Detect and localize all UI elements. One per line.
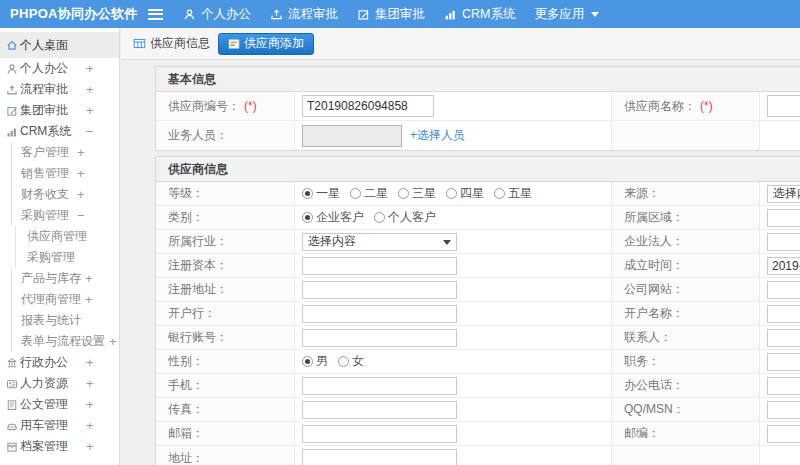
supplier-code-input[interactable] bbox=[302, 95, 434, 117]
radio-label: 企业客户 bbox=[316, 209, 364, 226]
company-website-input[interactable] bbox=[767, 281, 800, 299]
expand-icon[interactable]: + bbox=[77, 145, 85, 160]
field-label-cell: 注册资本： bbox=[156, 254, 295, 277]
field-label: 性别： bbox=[168, 353, 204, 370]
region-input[interactable] bbox=[767, 209, 800, 227]
field-label-cell: 供应商编号：(*) bbox=[156, 92, 295, 120]
founded-date-input[interactable] bbox=[767, 257, 800, 275]
sidebar-item-label: 供应商管理 bbox=[27, 228, 89, 245]
source-select[interactable]: 选择内容 bbox=[767, 185, 800, 203]
app-logo[interactable]: PHPOA协同办公软件 bbox=[0, 5, 128, 23]
expand-icon[interactable]: + bbox=[77, 166, 85, 181]
zip-code-input[interactable] bbox=[767, 425, 800, 443]
sidebar-item-human-resources[interactable]: 人力资源+ bbox=[0, 373, 119, 394]
email-input[interactable] bbox=[302, 425, 457, 443]
registered-capital-input[interactable] bbox=[302, 257, 457, 275]
bank-branch-input[interactable] bbox=[302, 305, 457, 323]
expand-icon[interactable]: + bbox=[109, 334, 117, 349]
field-label-cell: 传真： bbox=[156, 398, 295, 421]
topnav-more-apps[interactable]: 更多应用 bbox=[534, 6, 599, 23]
level-radio-4[interactable]: 五星 bbox=[494, 185, 532, 202]
form-row: 银行账号：联系人： bbox=[156, 326, 800, 350]
bank-account-input[interactable] bbox=[302, 329, 457, 347]
topnav-workflow-approval[interactable]: 流程审批 bbox=[270, 6, 338, 23]
tab-supplier-add[interactable]: 供应商添加 bbox=[218, 33, 314, 55]
topnav-personal-office[interactable]: 个人办公 bbox=[183, 6, 251, 23]
sidebar-item-group-approval[interactable]: 集团审批+ bbox=[0, 100, 119, 121]
expand-icon[interactable]: + bbox=[86, 439, 94, 454]
expand-icon[interactable]: + bbox=[86, 82, 94, 97]
field-label: 来源： bbox=[624, 185, 660, 202]
sidebar-item-purchasing[interactable]: 采购管理 bbox=[15, 247, 119, 268]
sidebar-item-reports-stats[interactable]: 报表与统计 bbox=[11, 310, 119, 331]
expand-icon[interactable]: + bbox=[86, 376, 94, 391]
level-radio-1[interactable]: 二星 bbox=[350, 185, 388, 202]
sidebar-item-workflow-approval[interactable]: 流程审批+ bbox=[0, 79, 119, 100]
expand-icon[interactable]: + bbox=[86, 103, 94, 118]
business-person-input[interactable] bbox=[302, 125, 402, 147]
field-input-cell bbox=[295, 254, 612, 277]
field-label-cell: 供应商名称：(*) bbox=[612, 92, 760, 120]
qq-msn-input[interactable] bbox=[767, 401, 800, 419]
sidebar-item-supplier-mgmt[interactable]: 供应商管理 bbox=[15, 226, 119, 247]
collapse-icon[interactable]: − bbox=[86, 124, 94, 139]
sidebar-item-label: 集团审批 bbox=[20, 102, 82, 119]
expand-icon[interactable]: + bbox=[86, 397, 94, 412]
expand-icon[interactable]: + bbox=[85, 271, 93, 286]
sidebar-item-admin-office[interactable]: 行政办公+ bbox=[0, 352, 119, 373]
gender-radio-1[interactable]: 女 bbox=[338, 353, 364, 370]
expand-icon[interactable]: + bbox=[86, 61, 94, 76]
tab-supplier-info[interactable]: 供应商信息 bbox=[133, 35, 210, 52]
sidebar-item-archive-mgmt[interactable]: 档案管理+ bbox=[0, 436, 119, 457]
field-label: 开户行： bbox=[168, 305, 216, 322]
sidebar-item-purchase-mgmt[interactable]: 采购管理− bbox=[11, 205, 119, 226]
sidebar-item-finance[interactable]: 财务收支+ bbox=[11, 184, 119, 205]
field-input-cell bbox=[295, 446, 612, 465]
sidebar-item-vehicle-mgmt[interactable]: 用车管理+ bbox=[0, 415, 119, 436]
mobile-input[interactable] bbox=[302, 377, 457, 395]
sidebar-item-agent-mgmt[interactable]: 代理商管理+ bbox=[11, 289, 119, 310]
form-row: 手机：办公电话： bbox=[156, 374, 800, 398]
field-input-cell bbox=[760, 92, 800, 120]
gender-radio-0[interactable]: 男 bbox=[302, 353, 328, 370]
level-radio-2[interactable]: 三星 bbox=[398, 185, 436, 202]
menu-toggle-icon[interactable] bbox=[148, 9, 163, 20]
sidebar-item-crm-system[interactable]: CRM系统− bbox=[0, 121, 119, 142]
topnav-crm-system[interactable]: CRM系统 bbox=[444, 6, 515, 23]
expand-icon[interactable]: + bbox=[86, 355, 94, 370]
building-icon bbox=[6, 357, 18, 369]
contact-person-input[interactable] bbox=[767, 329, 800, 347]
supplier-name-input[interactable] bbox=[767, 95, 800, 117]
sidebar-item-personal-desktop[interactable]: 个人桌面 bbox=[0, 32, 119, 58]
sidebar-item-customer-mgmt[interactable]: 客户管理+ bbox=[11, 142, 119, 163]
sidebar-item-product-inventory[interactable]: 产品与库存+ bbox=[11, 268, 119, 289]
category-radio-0[interactable]: 企业客户 bbox=[302, 209, 364, 226]
fax-input[interactable] bbox=[302, 401, 457, 419]
level-radio-0[interactable]: 一星 bbox=[302, 185, 340, 202]
expand-icon[interactable]: + bbox=[85, 292, 93, 307]
sidebar-item-sales-mgmt[interactable]: 销售管理+ bbox=[11, 163, 119, 184]
level-radio-3[interactable]: 四星 bbox=[446, 185, 484, 202]
sidebar-item-personal-office[interactable]: 个人办公+ bbox=[0, 58, 119, 79]
sidebar-item-document-mgmt[interactable]: 公文管理+ bbox=[0, 394, 119, 415]
category-radio-1[interactable]: 个人客户 bbox=[374, 209, 436, 226]
field-label: 业务人员： bbox=[168, 127, 228, 144]
legal-person-input[interactable] bbox=[767, 233, 800, 251]
office-phone-input[interactable] bbox=[767, 377, 800, 395]
job-title-input[interactable] bbox=[767, 353, 800, 371]
account-name-input[interactable] bbox=[767, 305, 800, 323]
expand-icon[interactable]: + bbox=[86, 418, 94, 433]
sidebar-item-label: 档案管理 bbox=[20, 438, 82, 455]
industry-select[interactable]: 选择内容 bbox=[302, 233, 457, 251]
field-input-cell bbox=[295, 326, 612, 349]
address-input[interactable] bbox=[302, 449, 457, 465]
user-icon bbox=[183, 8, 196, 21]
collapse-icon[interactable]: − bbox=[77, 208, 85, 223]
chart-icon bbox=[6, 126, 18, 138]
registered-address-input[interactable] bbox=[302, 281, 457, 299]
sidebar-item-form-flow-settings[interactable]: 表单与流程设置+ bbox=[11, 331, 119, 352]
topnav-group-approval[interactable]: 集团审批 bbox=[357, 6, 425, 23]
chart-icon bbox=[444, 8, 457, 21]
business-person-picker-link[interactable]: +选择人员 bbox=[410, 127, 465, 144]
expand-icon[interactable]: + bbox=[77, 187, 85, 202]
